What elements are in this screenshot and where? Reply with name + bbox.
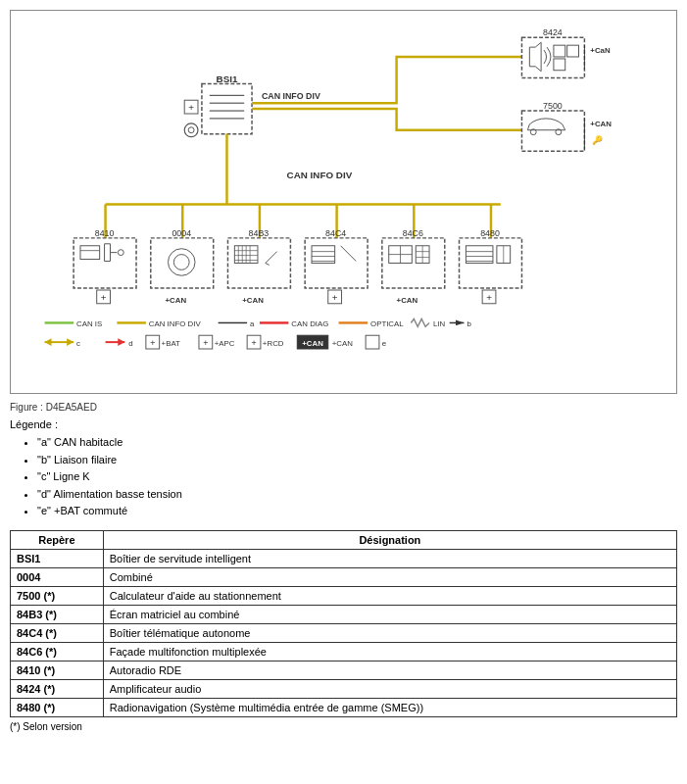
svg-rect-43	[151, 238, 214, 288]
table-body: BSI1Boîtier de servitude intelligent0004…	[11, 549, 677, 716]
table-cell-repere: 84C4 (*)	[11, 623, 104, 642]
legende-list: "a" CAN habitacle"b" Liaison filaire"c" …	[37, 434, 677, 520]
svg-rect-0	[202, 84, 252, 134]
figure-label: Figure : D4EA5AED	[10, 402, 677, 413]
table-row: 8480 (*)Radionavigation (Système multimé…	[11, 698, 677, 716]
table-cell-repere: BSI1	[11, 549, 104, 567]
svg-text:+: +	[332, 292, 338, 303]
legende-item: "e" +BAT commuté	[37, 503, 677, 520]
table-cell-designation: Boîtier de servitude intelligent	[103, 549, 676, 567]
svg-text:0004: 0004	[172, 228, 191, 238]
table-cell-repere: 8410 (*)	[11, 661, 104, 679]
svg-text:+: +	[486, 292, 492, 303]
svg-marker-111	[118, 338, 124, 346]
table-row: 7500 (*)Calculateur d'aide au stationnem…	[11, 586, 677, 605]
table-cell-repere: 8424 (*)	[11, 679, 104, 698]
table-cell-repere: 8480 (*)	[11, 698, 104, 716]
table-row: 8410 (*)Autoradio RDE	[11, 661, 677, 679]
table-cell-designation: Écran matriciel au combiné	[103, 605, 676, 623]
svg-text:84B3: 84B3	[249, 228, 270, 238]
diagram-svg: BSI1 + CAN INFO DIV 8424	[21, 21, 666, 383]
svg-text:+: +	[188, 102, 194, 113]
table-cell-designation: Combiné	[103, 567, 676, 586]
table-footnote: (*) Selon version	[10, 721, 677, 732]
table-header-designation: Désignation	[103, 530, 676, 549]
svg-text:+CAN: +CAN	[332, 339, 354, 348]
svg-text:CAN INFO DIV: CAN INFO DIV	[262, 91, 320, 101]
svg-text:+: +	[150, 338, 155, 348]
svg-marker-107	[45, 338, 52, 346]
svg-text:CAN INFO DIV: CAN INFO DIV	[149, 319, 202, 328]
svg-text:+CaN: +CaN	[590, 46, 611, 55]
svg-point-8	[184, 123, 198, 137]
svg-text:BSI1: BSI1	[217, 74, 238, 84]
svg-text:+: +	[203, 338, 208, 348]
svg-text:b: b	[466, 319, 471, 328]
table-row: 84C6 (*)Façade multifonction multiplexée	[11, 642, 677, 661]
svg-text:LIN: LIN	[433, 319, 446, 328]
svg-text:+APC: +APC	[215, 339, 235, 348]
table-cell-repere: 84B3 (*)	[11, 605, 104, 623]
table-row: 0004Combiné	[11, 567, 677, 586]
legende-title: Légende :	[10, 418, 677, 430]
svg-text:+CAN: +CAN	[590, 120, 612, 128]
table-cell-repere: 7500 (*)	[11, 586, 104, 605]
svg-text:7500: 7500	[543, 101, 563, 111]
table-header-repere: Repère	[11, 530, 104, 549]
svg-text:c: c	[76, 339, 80, 348]
svg-text:CAN DIAG: CAN DIAG	[291, 319, 328, 328]
svg-text:+CAN: +CAN	[242, 296, 264, 305]
table-cell-designation: Autoradio RDE	[103, 661, 676, 679]
svg-text:+: +	[251, 338, 256, 348]
svg-text:8410: 8410	[95, 228, 115, 238]
svg-marker-108	[67, 338, 74, 346]
legende-item: "b" Liaison filaire	[37, 452, 677, 469]
svg-text:CAN INFO DIV: CAN INFO DIV	[287, 170, 353, 180]
svg-rect-125	[366, 335, 379, 349]
svg-text:OPTICAL: OPTICAL	[370, 319, 404, 328]
table-row: BSI1Boîtier de servitude intelligent	[11, 549, 677, 567]
svg-text:e: e	[382, 339, 387, 348]
svg-rect-11	[521, 37, 584, 77]
table-cell-designation: Radionavigation (Système multimédia entr…	[103, 698, 676, 716]
diagram-area: BSI1 + CAN INFO DIV 8424	[21, 21, 666, 383]
table-cell-repere: 84C6 (*)	[11, 642, 104, 661]
svg-point-9	[188, 127, 194, 133]
table-row: 84B3 (*)Écran matriciel au combiné	[11, 605, 677, 623]
svg-text:CAN IS: CAN IS	[76, 319, 102, 328]
svg-text:+BAT: +BAT	[162, 339, 180, 348]
svg-text:84C4: 84C4	[325, 228, 346, 238]
legende-item: "d" Alimentation basse tension	[37, 486, 677, 504]
svg-rect-19	[521, 111, 584, 151]
table-cell-designation: Boîtier télématique autonome	[103, 623, 676, 642]
svg-text:8480: 8480	[480, 228, 500, 238]
legend-section: Figure : D4EA5AED Légende : "a" CAN habi…	[10, 402, 677, 520]
table-row: 84C4 (*)Boîtier télématique autonome	[11, 623, 677, 642]
svg-text:+RCD: +RCD	[263, 339, 284, 348]
svg-text:84C6: 84C6	[403, 228, 423, 238]
parts-table: Repère Désignation BSI1Boîtier de servit…	[10, 530, 677, 717]
legende-item: "a" CAN habitacle	[37, 434, 677, 452]
table-row: 8424 (*)Amplificateur audio	[11, 679, 677, 698]
table-cell-designation: Amplificateur audio	[103, 679, 676, 698]
svg-text:🔑: 🔑	[592, 134, 604, 146]
table-cell-designation: Calculateur d'aide au stationnement	[103, 586, 676, 605]
table-cell-designation: Façade multifonction multiplexée	[103, 642, 676, 661]
svg-text:+CAN: +CAN	[166, 296, 187, 305]
svg-text:+CAN: +CAN	[302, 339, 323, 348]
svg-text:d: d	[128, 339, 132, 348]
svg-text:+CAN: +CAN	[397, 296, 418, 305]
table-cell-repere: 0004	[11, 567, 104, 586]
legende-item: "c" Ligne K	[37, 468, 677, 486]
main-diagram-container: BSI1 + CAN INFO DIV 8424	[10, 10, 677, 394]
svg-text:+: +	[101, 292, 107, 303]
svg-text:a: a	[250, 319, 255, 328]
svg-text:8424: 8424	[543, 27, 563, 37]
